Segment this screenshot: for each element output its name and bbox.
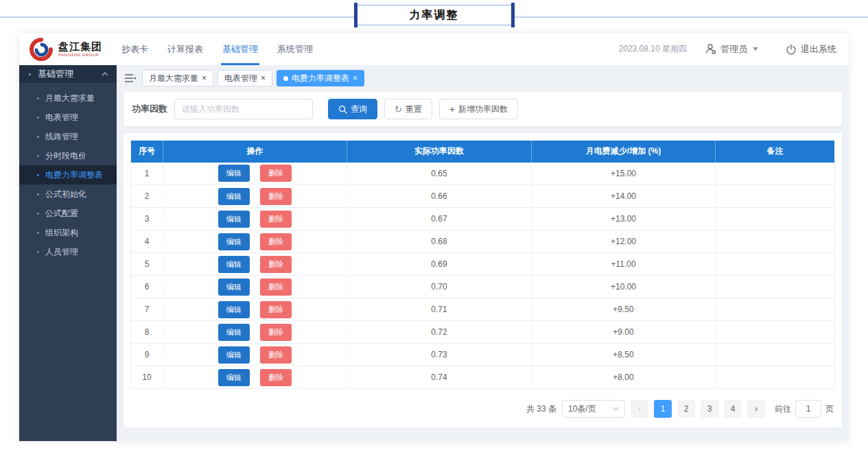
sidebar-group-basic-management[interactable]: 基础管理 <box>19 65 117 83</box>
cell-note <box>716 208 835 230</box>
tab-list-icon[interactable] <box>124 71 137 86</box>
delete-button[interactable]: 删除 <box>260 324 292 341</box>
page-number-button[interactable]: 3 <box>701 400 718 418</box>
power-factor-input[interactable] <box>174 99 313 119</box>
edit-button[interactable]: 编辑 <box>218 233 250 250</box>
page-numbers: 1 2 3 4 <box>654 400 742 418</box>
sidebar-item[interactable]: 分时段电价 <box>19 146 117 165</box>
delete-button[interactable]: 删除 <box>260 188 292 205</box>
power-icon <box>786 44 797 55</box>
cell-note <box>716 230 835 253</box>
page-size-value: 10条/页 <box>568 403 596 415</box>
logo-swirl-icon <box>29 37 54 62</box>
cell-note <box>716 321 835 344</box>
edit-button[interactable]: 编辑 <box>218 188 250 205</box>
edit-button[interactable]: 编辑 <box>218 256 250 273</box>
prev-page-button[interactable]: ‹ <box>631 400 648 418</box>
table-row: 10 编辑 删除 0.74 +8.00 <box>131 366 835 389</box>
tab[interactable]: 电费力率调整表 × <box>277 70 364 86</box>
nav-item[interactable]: 基础管理 <box>221 33 259 65</box>
search-button[interactable]: 查询 <box>328 99 377 119</box>
sidebar-item[interactable]: 线路管理 <box>19 127 117 146</box>
cell-index: 5 <box>131 253 163 276</box>
edit-button[interactable]: 编辑 <box>218 165 250 182</box>
sidebar-item[interactable]: 组织架构 <box>19 223 117 242</box>
delete-button[interactable]: 删除 <box>260 256 292 273</box>
page-number-button[interactable]: 2 <box>677 400 695 418</box>
tab[interactable]: 电表管理 × <box>218 70 272 86</box>
refresh-icon: ↻ <box>395 105 402 114</box>
sidebar-item[interactable]: 电表管理 <box>19 108 117 127</box>
cell-index: 3 <box>131 208 163 230</box>
edit-button[interactable]: 编辑 <box>218 369 250 386</box>
edit-button[interactable]: 编辑 <box>218 346 250 364</box>
cell-index: 10 <box>131 366 163 389</box>
cell-power-factor: 0.73 <box>347 344 532 366</box>
cell-power-factor: 0.70 <box>347 276 532 298</box>
goto-page-input[interactable] <box>795 400 821 418</box>
cell-monthly-change: +9.00 <box>532 321 716 344</box>
cell-monthly-change: +9.50 <box>532 298 716 321</box>
logo-cn: 盘江集团 <box>58 41 102 53</box>
sidebar: 基础管理 月最大需求量 电表管理 线路管理 <box>19 65 117 441</box>
table-row: 5 编辑 删除 0.69 +11.00 <box>131 253 835 276</box>
delete-button[interactable]: 删除 <box>260 279 292 296</box>
delete-button[interactable]: 删除 <box>260 211 292 228</box>
logo-text: 盘江集团 PANJIANG GROUP <box>58 41 102 57</box>
logo: 盘江集团 PANJIANG GROUP <box>29 37 102 62</box>
delete-button[interactable]: 删除 <box>260 233 292 250</box>
cell-note <box>716 344 835 366</box>
close-icon[interactable]: × <box>202 74 207 82</box>
cell-note <box>716 276 835 298</box>
edit-button[interactable]: 编辑 <box>218 301 250 318</box>
table-card: 序号 操作 实际功率因数 月电费减少/增加 (%) 备注 <box>124 133 842 427</box>
edit-button[interactable]: 编辑 <box>218 324 250 341</box>
nav-item[interactable]: 系统管理 <box>276 33 314 65</box>
nav-item[interactable]: 计算报表 <box>166 33 204 65</box>
page-title: 力率调整 <box>354 5 515 25</box>
header-right: 2023.08.10 星期四 管理员 <box>619 43 836 56</box>
close-icon[interactable]: × <box>261 74 266 82</box>
table-row: 3 编辑 删除 0.67 +13.00 <box>131 208 835 230</box>
sidebar-item[interactable]: 月最大需求量 <box>19 88 117 108</box>
delete-button[interactable]: 删除 <box>260 346 292 364</box>
delete-button[interactable]: 删除 <box>260 165 292 182</box>
sidebar-item[interactable]: 公式初始化 <box>19 185 117 204</box>
add-power-factor-button[interactable]: + 新增功率因数 <box>439 99 518 119</box>
cell-actions: 编辑 删除 <box>163 230 347 253</box>
sidebar-item-label: 月最大需求量 <box>45 93 95 104</box>
user-menu[interactable]: 管理员 <box>705 43 758 56</box>
reset-button-label: 重置 <box>406 104 422 115</box>
edit-button[interactable]: 编辑 <box>218 279 250 296</box>
tabs: 月最大需求量 × 电表管理 × 电费力率调整表 × <box>142 70 364 86</box>
sidebar-items: 月最大需求量 电表管理 线路管理 分时段电价 电费力率调整表 <box>19 83 117 261</box>
page-number-button[interactable]: 4 <box>724 400 742 418</box>
cell-power-factor: 0.66 <box>347 185 532 208</box>
logout-button[interactable]: 退出系统 <box>786 43 836 56</box>
sidebar-item[interactable]: 人员管理 <box>19 242 117 261</box>
cell-actions: 编辑 删除 <box>163 321 347 344</box>
cell-note <box>716 185 835 208</box>
page-number-button[interactable]: 1 <box>654 400 672 418</box>
cell-monthly-change: +11.00 <box>532 253 716 276</box>
tab[interactable]: 月最大需求量 × <box>142 70 213 86</box>
cell-power-factor: 0.69 <box>347 253 532 276</box>
next-page-button[interactable]: › <box>747 400 765 418</box>
column-header: 实际功率因数 <box>347 141 532 163</box>
delete-button[interactable]: 删除 <box>260 301 292 318</box>
delete-button[interactable]: 删除 <box>260 369 292 386</box>
nav-item[interactable]: 抄表卡 <box>120 33 150 65</box>
edit-button[interactable]: 编辑 <box>218 211 250 228</box>
cell-monthly-change: +10.00 <box>532 276 716 298</box>
chevron-down-icon <box>612 407 619 411</box>
close-icon[interactable]: × <box>353 74 357 82</box>
tab-label: 电表管理 <box>224 73 257 84</box>
tab-bar: 月最大需求量 × 电表管理 × 电费力率调整表 × <box>117 65 849 86</box>
sidebar-item-label: 电费力率调整表 <box>45 169 103 181</box>
cell-note <box>716 366 835 389</box>
sidebar-item[interactable]: 电费力率调整表 <box>19 165 117 185</box>
page-size-select[interactable]: 10条/页 <box>562 400 625 418</box>
cell-index: 6 <box>131 276 163 298</box>
sidebar-item[interactable]: 公式配置 <box>19 204 117 223</box>
reset-button[interactable]: ↻ 重置 <box>384 99 432 119</box>
